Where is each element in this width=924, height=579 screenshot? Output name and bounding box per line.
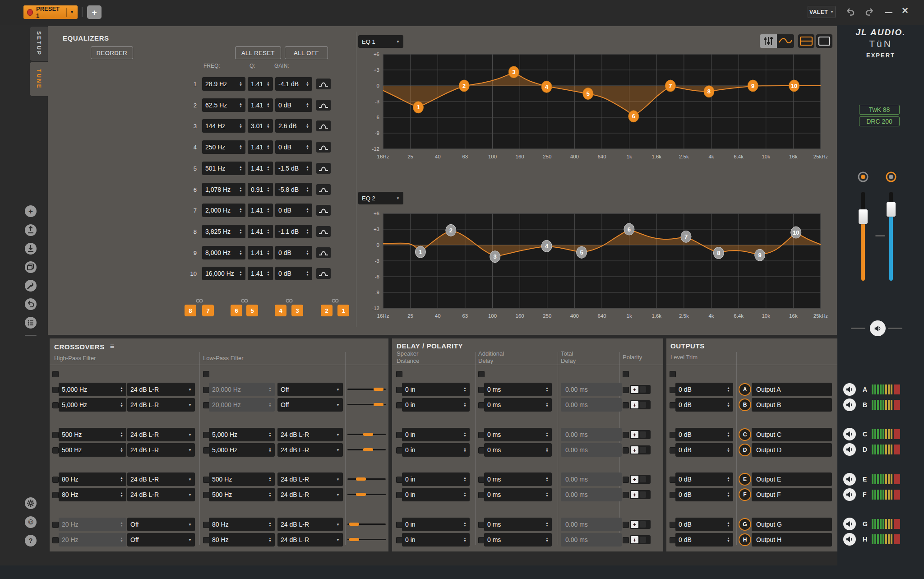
output-name-field[interactable]: Output A bbox=[752, 383, 832, 396]
eq-band-filter-type-button[interactable] bbox=[316, 79, 331, 89]
eq-point-4[interactable]: 4 bbox=[541, 240, 552, 252]
polarity-checkbox[interactable] bbox=[623, 447, 629, 454]
eq-point-9[interactable]: 9 bbox=[755, 249, 765, 261]
lpf-checkbox[interactable] bbox=[203, 432, 209, 438]
spinner-arrows[interactable]: ▲▼ bbox=[268, 492, 272, 497]
eq-band-toggle-1[interactable]: 1 bbox=[337, 305, 349, 316]
eq-band-toggle-4[interactable]: 4 bbox=[275, 305, 286, 316]
polarity-plus-icon[interactable]: + bbox=[631, 401, 638, 408]
channel-mute-button[interactable] bbox=[843, 488, 856, 501]
trim-checkbox[interactable] bbox=[670, 447, 676, 454]
polarity-minus-icon[interactable] bbox=[640, 431, 646, 438]
spinner-arrows[interactable]: ▲▼ bbox=[267, 123, 270, 129]
eq-point-3[interactable]: 3 bbox=[508, 66, 519, 78]
spinner-arrows[interactable]: ▲▼ bbox=[268, 432, 272, 437]
spinner-arrows[interactable]: ▲▼ bbox=[727, 492, 730, 497]
spinner-arrows[interactable]: ▲▼ bbox=[463, 537, 467, 542]
spinner-arrows[interactable]: ▲▼ bbox=[306, 271, 309, 276]
eq-point-6[interactable]: 6 bbox=[628, 111, 639, 122]
eq-point-8[interactable]: 8 bbox=[704, 86, 714, 97]
delay-checkbox[interactable] bbox=[478, 432, 485, 438]
spinner-arrows[interactable]: ▲▼ bbox=[306, 229, 309, 234]
slider-handle[interactable] bbox=[349, 523, 359, 526]
slider-handle[interactable] bbox=[356, 477, 366, 481]
additional-delay-input[interactable]: 0 ms▲▼ bbox=[484, 472, 552, 486]
speaker-distance-input[interactable]: 0 in▲▼ bbox=[402, 383, 470, 396]
distance-checkbox[interactable] bbox=[396, 522, 402, 528]
speaker-distance-input[interactable]: 0 in▲▼ bbox=[402, 398, 470, 412]
spinner-arrows[interactable]: ▲▼ bbox=[120, 537, 123, 542]
eq-band-filter-type-button[interactable] bbox=[316, 120, 331, 131]
hpf-slope-select[interactable]: Off▼ bbox=[127, 533, 195, 547]
spinner-arrows[interactable]: ▲▼ bbox=[239, 208, 242, 213]
spinner-arrows[interactable]: ▲▼ bbox=[545, 447, 549, 453]
distance-checkbox[interactable] bbox=[396, 432, 402, 438]
spinner-arrows[interactable]: ▲▼ bbox=[306, 81, 309, 87]
lpf-checkbox[interactable] bbox=[203, 492, 209, 498]
eq-band-toggle-5[interactable]: 5 bbox=[246, 305, 258, 316]
link-icon[interactable] bbox=[285, 297, 294, 302]
speaker-distance-input[interactable]: 0 in▲▼ bbox=[402, 443, 470, 457]
distance-checkbox[interactable] bbox=[396, 402, 402, 408]
eq-band-filter-type-button[interactable] bbox=[316, 163, 331, 174]
polarity-toggle[interactable]: + bbox=[630, 520, 651, 529]
master-mute-button[interactable] bbox=[870, 320, 886, 336]
help-icon[interactable]: ? bbox=[25, 535, 37, 547]
spinner-arrows[interactable]: ▲▼ bbox=[120, 477, 123, 482]
spinner-arrows[interactable]: ▲▼ bbox=[463, 447, 467, 453]
polarity-plus-icon[interactable]: + bbox=[631, 491, 638, 498]
trim-checkbox[interactable] bbox=[670, 522, 676, 528]
eq1-selector[interactable]: EQ 1▼ bbox=[358, 35, 403, 48]
eq-band-freq-input[interactable]: 1,078 Hz▲▼ bbox=[202, 183, 245, 196]
spinner-arrows[interactable]: ▲▼ bbox=[120, 447, 123, 453]
eq-band-q-input[interactable]: 1.41▲▼ bbox=[248, 204, 273, 217]
all-off-button[interactable]: ALL OFF bbox=[285, 46, 328, 59]
eq-point-2[interactable]: 2 bbox=[459, 80, 469, 92]
spinner-arrows[interactable]: ▲▼ bbox=[545, 537, 549, 542]
reorder-button[interactable]: REORDER bbox=[91, 46, 133, 59]
drc-device-button[interactable]: DRC 200 bbox=[859, 116, 900, 126]
polarity-minus-icon[interactable] bbox=[640, 402, 646, 408]
lpf-slope-select[interactable]: 24 dB L-R▼ bbox=[277, 533, 343, 547]
eq-band-filter-type-button[interactable] bbox=[316, 226, 331, 237]
eq-band-filter-type-button[interactable] bbox=[316, 184, 331, 195]
lpf-slope-select[interactable]: 24 dB L-R▼ bbox=[277, 488, 343, 501]
spinner-arrows[interactable]: ▲▼ bbox=[267, 187, 270, 192]
polarity-toggle[interactable]: + bbox=[630, 475, 651, 484]
hpf-checkbox[interactable] bbox=[52, 432, 59, 438]
eq-band-q-input[interactable]: 1.41▲▼ bbox=[248, 140, 273, 154]
slider-handle[interactable] bbox=[363, 433, 373, 436]
spinner-arrows[interactable]: ▲▼ bbox=[463, 477, 467, 482]
eq-band-toggle-2[interactable]: 2 bbox=[321, 305, 333, 316]
spinner-arrows[interactable]: ▲▼ bbox=[268, 522, 272, 527]
hpf-master-checkbox[interactable] bbox=[52, 371, 59, 377]
polarity-toggle[interactable]: + bbox=[630, 490, 651, 499]
hpf-freq-input[interactable]: 500 Hz▲▼ bbox=[59, 428, 126, 441]
eq-point-10[interactable]: 10 bbox=[791, 227, 801, 238]
spinner-arrows[interactable]: ▲▼ bbox=[727, 402, 730, 408]
hpf-slope-select[interactable]: 24 dB L-R▼ bbox=[127, 443, 195, 457]
crossover-range-slider[interactable] bbox=[347, 518, 386, 531]
slider-handle[interactable] bbox=[887, 202, 896, 217]
hpf-checkbox[interactable] bbox=[52, 522, 59, 528]
spinner-arrows[interactable]: ▲▼ bbox=[463, 432, 467, 437]
hpf-slope-select[interactable]: 24 dB L-R▼ bbox=[127, 488, 195, 501]
valet-button[interactable]: VALET ▼ bbox=[808, 6, 836, 18]
eq-band-filter-type-button[interactable] bbox=[316, 268, 331, 279]
eq-point-10[interactable]: 10 bbox=[789, 80, 799, 92]
twk-device-button[interactable]: TwK 88 bbox=[859, 105, 900, 115]
slider-handle[interactable] bbox=[374, 388, 383, 391]
eq-point-8[interactable]: 8 bbox=[713, 247, 724, 259]
polarity-plus-icon[interactable]: + bbox=[631, 521, 638, 528]
spinner-arrows[interactable]: ▲▼ bbox=[727, 522, 730, 527]
spinner-arrows[interactable]: ▲▼ bbox=[727, 387, 730, 392]
eq-point-4[interactable]: 4 bbox=[541, 81, 552, 93]
eq-band-freq-input[interactable]: 16,000 Hz▲▼ bbox=[202, 267, 245, 280]
lpf-checkbox[interactable] bbox=[203, 522, 209, 528]
polarity-toggle[interactable]: + bbox=[630, 385, 651, 394]
eq-band-freq-input[interactable]: 3,825 Hz▲▼ bbox=[202, 225, 245, 238]
spinner-arrows[interactable]: ▲▼ bbox=[239, 250, 242, 255]
eq-band-gain-input[interactable]: 0 dB▲▼ bbox=[275, 140, 312, 154]
download-icon[interactable] bbox=[25, 243, 37, 255]
lpf-slope-select[interactable]: 24 dB L-R▼ bbox=[277, 518, 343, 531]
